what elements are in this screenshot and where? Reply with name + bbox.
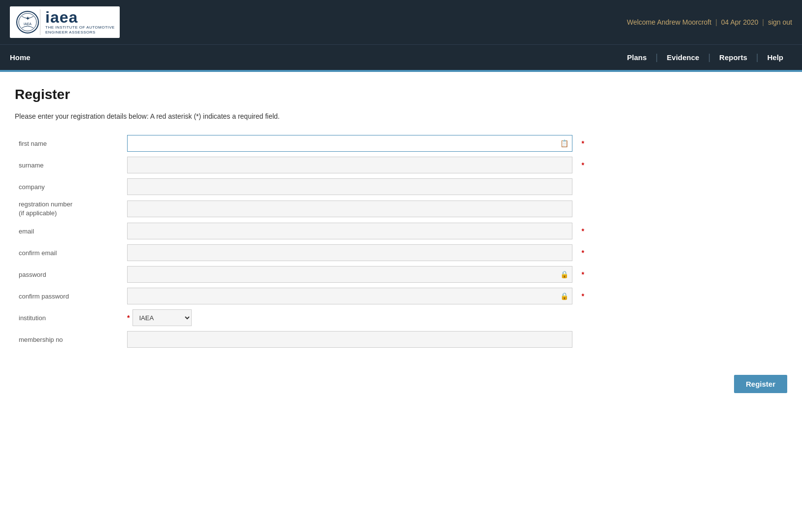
nav-bar: Home Plans | Evidence | Reports | Help xyxy=(0,44,802,70)
field-wrapper-company xyxy=(127,178,572,195)
register-button[interactable]: Register xyxy=(734,375,787,393)
company-input[interactable] xyxy=(127,178,572,195)
nav-help[interactable]: Help xyxy=(758,45,792,70)
logo-subtitle: THE INSTITUTE OF AUTOMOTIVE ENGINEER ASS… xyxy=(45,25,115,35)
sign-out-link[interactable]: sign out xyxy=(768,18,792,26)
label-surname: surname xyxy=(15,154,123,176)
main-content: Register Please enter your registration … xyxy=(0,72,591,365)
field-confirm-password-cell: 🔒 * xyxy=(123,285,576,307)
label-institution: institution xyxy=(15,307,123,329)
field-company-cell xyxy=(123,176,576,198)
svg-text:IAEA: IAEA xyxy=(24,22,32,26)
nav-plans[interactable]: Plans xyxy=(618,45,656,70)
field-institution-cell: * IAEA xyxy=(123,307,576,329)
confirm-password-input[interactable] xyxy=(127,288,572,304)
nav-evidence[interactable]: Evidence xyxy=(658,45,708,70)
field-wrapper-surname xyxy=(127,157,572,173)
label-email: email xyxy=(15,220,123,242)
field-confirm-email-cell: * xyxy=(123,242,576,264)
field-wrapper-first-name: 📋 xyxy=(127,135,572,152)
form-row-confirm-email: confirm email * xyxy=(15,242,576,264)
password-required: * xyxy=(582,270,584,278)
header-separator-2: | xyxy=(762,18,764,26)
form-row-first-name: first name 📋 * xyxy=(15,133,576,154)
field-password-cell: 🔒 * xyxy=(123,264,576,285)
form-row-password: password 🔒 * xyxy=(15,264,576,285)
label-registration-number: regstration number(if applicable) xyxy=(15,198,123,220)
form-row-registration-number: regstration number(if applicable) xyxy=(15,198,576,220)
first-name-input[interactable] xyxy=(127,135,572,152)
logo-text: iaea THE INSTITUTE OF AUTOMOTIVE ENGINEE… xyxy=(45,9,115,35)
form-row-membership-no: membership no xyxy=(15,329,576,350)
label-confirm-password: confirm password xyxy=(15,285,123,307)
field-wrapper-registration-number xyxy=(127,200,572,217)
field-membership-no-cell xyxy=(123,329,576,350)
email-required: * xyxy=(582,227,584,235)
field-wrapper-confirm-password: 🔒 xyxy=(127,288,572,304)
password-input[interactable] xyxy=(127,266,572,283)
label-password: password xyxy=(15,264,123,285)
logo-iaea-text: iaea xyxy=(45,9,115,25)
registration-number-input[interactable] xyxy=(127,200,572,217)
welcome-text: Welcome Andrew Moorcroft xyxy=(627,18,711,26)
registration-form: first name 📋 * surname xyxy=(15,133,576,350)
institution-wrapper: * IAEA xyxy=(127,309,572,326)
institution-required-star: * xyxy=(127,314,130,322)
header-separator-1: | xyxy=(715,18,717,26)
field-registration-number-cell xyxy=(123,198,576,220)
header-date: 04 Apr 2020 xyxy=(721,18,759,26)
confirm-password-required: * xyxy=(582,292,584,300)
field-wrapper-membership-no xyxy=(127,331,572,348)
field-wrapper-email xyxy=(127,223,572,239)
logo-area: ✦ IAEA iaea THE INSTITUTE OF AUTOMOTIVE … xyxy=(10,6,120,38)
form-row-institution: institution * IAEA xyxy=(15,307,576,329)
form-row-email: email * xyxy=(15,220,576,242)
button-row: Register xyxy=(0,365,802,403)
nav-reports[interactable]: Reports xyxy=(710,45,756,70)
instruction-text: Please enter your registration details b… xyxy=(15,112,576,120)
header-top: ✦ IAEA iaea THE INSTITUTE OF AUTOMOTIVE … xyxy=(0,0,802,44)
surname-required: * xyxy=(582,161,584,169)
logo-seal: ✦ IAEA xyxy=(15,9,40,35)
confirm-email-input[interactable] xyxy=(127,244,572,261)
form-row-surname: surname * xyxy=(15,154,576,176)
field-wrapper-confirm-email xyxy=(127,244,572,261)
nav-right: Plans | Evidence | Reports | Help xyxy=(618,45,792,70)
first-name-required: * xyxy=(582,139,584,147)
field-wrapper-password: 🔒 xyxy=(127,266,572,283)
label-first-name: first name xyxy=(15,133,123,154)
label-company: company xyxy=(15,176,123,198)
email-input[interactable] xyxy=(127,223,572,239)
header-right: Welcome Andrew Moorcroft | 04 Apr 2020 |… xyxy=(627,18,792,26)
field-first-name-cell: 📋 * xyxy=(123,133,576,154)
nav-home[interactable]: Home xyxy=(10,53,31,62)
surname-input[interactable] xyxy=(127,157,572,173)
label-membership-no: membership no xyxy=(15,329,123,350)
membership-no-input[interactable] xyxy=(127,331,572,348)
confirm-email-required: * xyxy=(582,249,584,257)
page-title: Register xyxy=(15,87,576,102)
form-row-confirm-password: confirm password 🔒 * xyxy=(15,285,576,307)
form-row-company: company xyxy=(15,176,576,198)
label-confirm-email: confirm email xyxy=(15,242,123,264)
field-email-cell: * xyxy=(123,220,576,242)
field-surname-cell: * xyxy=(123,154,576,176)
institution-select[interactable]: IAEA xyxy=(133,309,192,326)
